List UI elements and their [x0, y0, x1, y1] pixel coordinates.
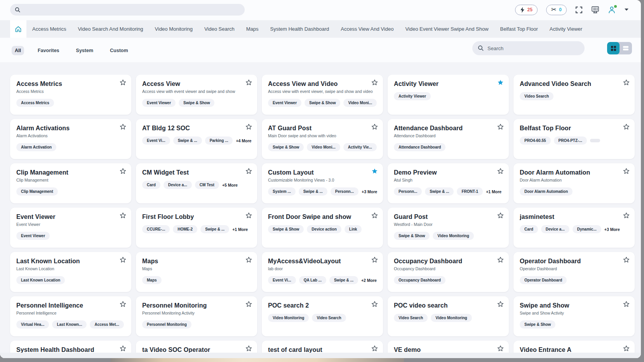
dashboard-card[interactable]: Access ViewAccess view with event viewer…	[136, 75, 257, 115]
dashboard-card[interactable]: Guard PostWestford - Main DoorSwipe & Sh…	[388, 208, 509, 248]
favorite-star-icon[interactable]	[371, 345, 378, 352]
nav-tab-video-search[interactable]: Video Search	[198, 20, 240, 38]
favorite-star-icon[interactable]	[245, 168, 252, 175]
card-tags: Occupancy Dashboard	[394, 276, 503, 284]
dashboard-card[interactable]: POC video searchVideo SearchVideo Monito…	[388, 296, 509, 336]
dashboard-card[interactable]: First Floor LobbyCCURE-...HOME-2Swipe & …	[136, 208, 257, 248]
dashboard-search-input[interactable]	[487, 45, 579, 51]
dashboard-card[interactable]: MyAccess&VideoLayoutlab doorEvent Vi...Q…	[262, 252, 383, 292]
favorite-star-icon[interactable]	[120, 168, 126, 175]
card-title: jasminetest	[520, 213, 628, 220]
favorite-star-icon[interactable]	[623, 124, 630, 130]
dashboard-card[interactable]: Clip ManagementClip ManagementClip Manag…	[10, 163, 131, 203]
favorite-star-icon-filled[interactable]	[497, 79, 504, 86]
dashboard-card[interactable]: Operator DashboardOperator DashboardOper…	[513, 252, 635, 292]
nav-tab-access-view-and-video[interactable]: Access View And Video	[335, 20, 399, 38]
favorite-star-icon[interactable]	[497, 257, 504, 263]
favorite-star-icon[interactable]	[245, 345, 252, 352]
favorite-star-icon[interactable]	[623, 212, 630, 219]
favorite-star-icon[interactable]	[245, 124, 252, 130]
dashboard-card[interactable]: Occupancy DashboardOccupancy DashboardOc…	[388, 252, 509, 292]
filter-tabs: AllFavoritesSystemCustom	[12, 46, 131, 55]
dashboard-card[interactable]: Event ViewerEvent ViewerEvent Viewer	[10, 208, 131, 248]
favorite-star-icon[interactable]	[120, 257, 126, 263]
favorite-star-icon[interactable]	[120, 79, 126, 86]
dashboard-card[interactable]: AT Bldg 12 SOCEvent Vi...Swipe & ...Park…	[136, 119, 257, 159]
dashboard-card[interactable]: AT Guard PostMain Door swipe and show wi…	[262, 119, 383, 159]
dashboard-card[interactable]: Advanced Video SearchVideo Search	[513, 75, 635, 115]
nav-tab-activity-viewer[interactable]: Activity Viewer	[544, 20, 588, 38]
nav-tab-belfast-top-floor[interactable]: Belfast Top Floor	[494, 20, 544, 38]
fullscreen-button[interactable]	[575, 6, 583, 14]
dashboard-card[interactable]: Activity ViewerActivity Viewer	[388, 75, 509, 115]
user-menu-button[interactable]	[608, 6, 616, 14]
card-title: Swipe and Show	[520, 302, 628, 309]
grid-view-button[interactable]	[607, 42, 620, 54]
favorite-star-icon[interactable]	[623, 301, 630, 308]
filter-tab-all[interactable]: All	[12, 46, 24, 55]
favorite-star-icon[interactable]	[120, 345, 126, 352]
dashboard-card[interactable]: jasminetestCardDevice a...Dynamic...+3 M…	[513, 208, 635, 248]
dashboard-card[interactable]: Swipe and ShowSwipe and Show ActivitySwi…	[513, 296, 635, 336]
favorite-star-icon[interactable]	[245, 257, 252, 263]
filter-tab-system[interactable]: System	[73, 46, 96, 55]
dashboard-card[interactable]: Attendance DashboardAttendance Dashboard…	[388, 119, 509, 159]
dashboard-card[interactable]: Personnel MonitoringPersonnel Monitoring…	[136, 296, 257, 336]
favorite-star-icon[interactable]	[623, 79, 630, 86]
global-search-input[interactable]	[24, 7, 240, 13]
dashboard-card[interactable]: Door Alarm AutomationDoor Alarm Automati…	[513, 163, 635, 203]
tag-pill: Activity Viewer	[394, 92, 431, 100]
dashboard-search[interactable]	[472, 41, 585, 55]
clips-counter-button[interactable]: ✂ 0	[546, 5, 567, 15]
global-search[interactable]	[10, 4, 245, 16]
nav-tab-system-health-dashboard[interactable]: System Health Dashboard	[265, 20, 335, 38]
favorite-star-icon[interactable]	[371, 212, 378, 219]
favorite-star-icon[interactable]	[497, 345, 504, 352]
favorite-star-icon[interactable]	[497, 301, 504, 308]
favorite-star-icon[interactable]	[497, 212, 504, 219]
favorite-star-icon[interactable]	[120, 212, 126, 219]
favorite-star-icon[interactable]	[371, 124, 378, 130]
tag-pill: Video Search	[312, 314, 346, 322]
favorite-star-icon[interactable]	[245, 212, 252, 219]
alerts-counter-button[interactable]: 25	[515, 5, 538, 15]
favorite-star-icon[interactable]	[497, 168, 504, 175]
favorite-star-icon[interactable]	[245, 79, 252, 86]
favorite-star-icon-filled[interactable]	[371, 168, 378, 175]
dashboard-card[interactable]: Last Known LocationLast Known LocationLa…	[10, 252, 131, 292]
favorite-star-icon[interactable]	[623, 345, 630, 352]
favorite-star-icon[interactable]	[623, 257, 630, 263]
nav-tab-video-event-viewer-swipe-and-show[interactable]: Video Event Viewer Swipe And Show	[399, 20, 494, 38]
favorite-star-icon[interactable]	[245, 301, 252, 308]
favorite-star-icon[interactable]	[497, 124, 504, 130]
system-monitor-button[interactable]	[591, 6, 599, 14]
favorite-star-icon[interactable]	[120, 124, 126, 130]
dashboard-card[interactable]: MapsMapsMaps	[136, 252, 257, 292]
nav-tab-home[interactable]	[10, 20, 26, 38]
dashboard-card[interactable]: Alarm ActivationsAlarm ActivationsAlarm …	[10, 119, 131, 159]
dropdown-button[interactable]	[624, 8, 629, 11]
nav-tab-video-search-and-monitoring[interactable]: Video Search And Monitoring	[72, 20, 149, 38]
dashboard-card[interactable]: Custom LayoutCustomizable Monitoring Vie…	[262, 163, 383, 203]
nav-tab-video-monitoring[interactable]: Video Monitoring	[149, 20, 198, 38]
dashboard-card[interactable]: Front Door Swipe and showSwipe & ShowDev…	[262, 208, 383, 248]
list-view-button[interactable]	[620, 42, 632, 54]
dashboard-card[interactable]: Access View and VideoAccess view with ev…	[262, 75, 383, 115]
dashboard-card[interactable]: Belfast Top FloorPRO4-60.55PRO4-PTZ-...	[513, 119, 635, 159]
favorite-star-icon[interactable]	[371, 79, 378, 86]
favorite-star-icon[interactable]	[371, 257, 378, 263]
tag-pill: Event Viewer	[16, 232, 50, 240]
card-subtitle: Operator Dashboard	[520, 266, 628, 271]
nav-tab-access-metrics[interactable]: Access Metrics	[26, 20, 72, 38]
dashboard-card[interactable]: Personnel IntelligencePersonnel Intellig…	[10, 296, 131, 336]
dashboard-card[interactable]: POC search 2Video MonitoringVideo Search	[262, 296, 383, 336]
favorite-star-icon[interactable]	[623, 168, 630, 175]
dashboard-card[interactable]: CM Widget TestCardDevice a...CM Test+5 M…	[136, 163, 257, 203]
filter-tab-custom[interactable]: Custom	[107, 46, 131, 55]
nav-tab-maps[interactable]: Maps	[240, 20, 265, 38]
filter-tab-favorites[interactable]: Favorites	[35, 46, 63, 55]
dashboard-card[interactable]: Access MetricsAccess MetricsAccess Metri…	[10, 75, 131, 115]
dashboard-card[interactable]: Demo PreviewAtul SinghPersonn...Swipe & …	[388, 163, 509, 203]
favorite-star-icon[interactable]	[120, 301, 126, 308]
favorite-star-icon[interactable]	[371, 301, 378, 308]
